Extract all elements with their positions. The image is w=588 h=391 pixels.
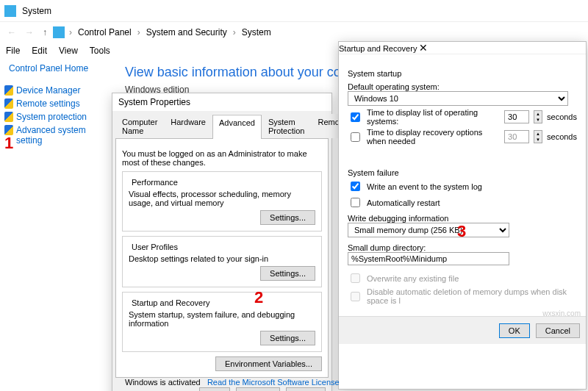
- sidebar-item-system-protection[interactable]: System protection: [4, 110, 115, 123]
- sidebar-item-advanced-system-settings[interactable]: Advanced system setting: [4, 123, 115, 147]
- write-event-checkbox[interactable]: [351, 182, 360, 191]
- sysprop-ok-button[interactable]: OK: [199, 387, 230, 391]
- user-profiles-group-title: User Profiles: [129, 243, 181, 251]
- performance-group-title: Performance: [129, 178, 181, 187]
- overwrite-label: Overwrite any existing file: [367, 274, 459, 283]
- watermark: wxsxin.com: [542, 309, 581, 318]
- license-link[interactable]: Read the Microsoft Software License: [207, 378, 340, 387]
- up-arrow-icon[interactable]: ↑: [40, 27, 50, 37]
- admin-note: You must be logged on as an Administrato…: [122, 149, 322, 167]
- auto-restart-checkbox[interactable]: [351, 198, 360, 207]
- menu-edit[interactable]: Edit: [32, 46, 47, 56]
- overwrite-checkbox: [351, 273, 360, 283]
- menu-file[interactable]: File: [6, 46, 20, 56]
- startup-recovery-settings-button[interactable]: Settings...: [260, 331, 315, 345]
- sr-cancel-button[interactable]: Cancel: [536, 323, 580, 338]
- time-list-value[interactable]: [504, 110, 529, 123]
- system-startup-heading: System startup: [348, 69, 577, 78]
- user-profiles-settings-button[interactable]: Settings...: [260, 266, 315, 281]
- time-list-checkbox[interactable]: [351, 112, 360, 122]
- startup-recovery-group-title: Startup and Recovery: [129, 298, 212, 307]
- write-event-label: Write an event to the system log: [367, 182, 482, 191]
- tab-computer-name[interactable]: Computer Name: [115, 114, 164, 138]
- time-recovery-checkbox[interactable]: [351, 132, 360, 142]
- chevron-right-icon: ›: [232, 27, 237, 37]
- back-arrow-icon[interactable]: ←: [4, 27, 19, 37]
- disable-auto-delete-label: Disable automatic deletion of memory dum…: [367, 287, 577, 305]
- small-dump-dir-input[interactable]: [348, 252, 509, 265]
- sidebar-item-remote-settings[interactable]: Remote settings: [4, 97, 115, 110]
- disable-auto-delete-checkbox: [351, 292, 360, 301]
- sidebar-item-device-manager[interactable]: Device Manager: [4, 84, 115, 97]
- annotation-2: 2: [254, 288, 263, 307]
- seconds-label: seconds: [547, 132, 577, 141]
- shield-icon: [4, 112, 13, 122]
- shield-icon: [4, 98, 13, 109]
- spinner-icon[interactable]: ▲▼: [534, 110, 542, 123]
- tab-system-protection[interactable]: System Protection: [262, 114, 312, 138]
- performance-desc: Visual effects, processor scheduling, me…: [129, 190, 315, 207]
- time-recovery-label: Time to display recovery options when ne…: [367, 128, 500, 146]
- windows-activated-label: Windows is activated: [125, 378, 201, 387]
- breadcrumb-root[interactable]: Control Panel: [76, 27, 133, 37]
- performance-settings-button[interactable]: Settings...: [260, 210, 315, 225]
- time-list-label: Time to display list of operating system…: [367, 108, 500, 126]
- dump-type-select[interactable]: Small memory dump (256 KB): [348, 223, 509, 237]
- forward-arrow-icon[interactable]: →: [22, 27, 37, 37]
- sysprop-title: System Properties: [118, 97, 190, 107]
- user-profiles-desc: Desktop settings related to your sign-in: [129, 254, 315, 263]
- startup-recovery-desc: System startup, system failure, and debu…: [129, 310, 315, 328]
- shield-icon: [4, 85, 13, 96]
- small-dump-dir-label: Small dump directory:: [348, 243, 577, 252]
- menu-tools[interactable]: Tools: [90, 46, 110, 56]
- annotation-1: 1: [4, 134, 13, 153]
- close-icon[interactable]: ✕: [419, 42, 428, 54]
- time-recovery-value: [504, 130, 529, 143]
- window-title: System: [22, 6, 51, 16]
- sr-title: Startup and Recovery: [339, 44, 417, 53]
- default-os-select[interactable]: Windows 10: [348, 91, 568, 106]
- default-os-label: Default operating system:: [348, 82, 577, 91]
- seconds-label: seconds: [547, 112, 577, 121]
- folder-icon: [53, 26, 65, 38]
- sysprop-apply-button[interactable]: Apply: [286, 387, 326, 391]
- tab-hardware[interactable]: Hardware: [164, 114, 212, 138]
- breadcrumb-leaf[interactable]: System: [240, 27, 273, 37]
- sysprop-cancel-button[interactable]: Cancel: [236, 387, 280, 391]
- chevron-right-icon: ›: [68, 27, 74, 37]
- system-failure-heading: System failure: [348, 168, 577, 177]
- menu-view[interactable]: View: [59, 46, 78, 56]
- sysprop-tabs: Computer Name Hardware Advanced System P…: [115, 114, 329, 139]
- system-icon: [4, 5, 16, 17]
- control-panel-home-link[interactable]: Control Panel Home: [4, 60, 115, 76]
- sr-ok-button[interactable]: OK: [499, 323, 530, 338]
- annotation-3: 3: [457, 222, 466, 241]
- breadcrumb-mid[interactable]: System and Security: [145, 27, 229, 37]
- spinner-icon: ▲▼: [534, 130, 542, 143]
- chevron-right-icon: ›: [136, 27, 142, 37]
- environment-variables-button[interactable]: Environment Variables...: [215, 356, 322, 371]
- auto-restart-label: Automatically restart: [367, 198, 440, 207]
- tab-advanced[interactable]: Advanced: [212, 115, 262, 139]
